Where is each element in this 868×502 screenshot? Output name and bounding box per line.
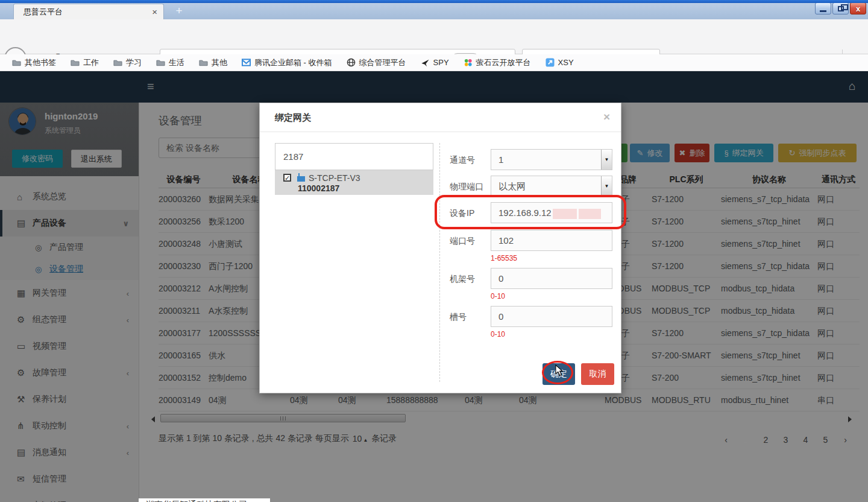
modal-close-icon[interactable]: × [603, 110, 610, 124]
window-top-border [0, 0, 868, 3]
checkbox-checked-icon[interactable]: ✓ [283, 174, 291, 182]
mouse-cursor [555, 364, 564, 379]
port-type-select[interactable]: 以太网 ▼ [491, 176, 612, 197]
gateway-list-item[interactable]: ✓ S-TCP-ET-V3 110002187 [275, 170, 433, 195]
annotation-red-rectangle [435, 195, 626, 229]
channel-label: 通道号 [450, 155, 475, 166]
folder-icon [12, 59, 21, 66]
browser-toolbar: ← → ↻ ⌂ iot.idosp.net/admin/index.html?l… [0, 19, 868, 54]
window-titlebar: 思普云平台 × + x [0, 0, 868, 19]
port-hint: 1-65535 [491, 254, 517, 262]
folder-icon [71, 59, 80, 66]
rack-hint: 0-10 [491, 292, 505, 300]
modal-header: 绑定网关 × [260, 103, 621, 132]
rack-label: 机架号 [450, 274, 475, 285]
new-tab-button[interactable]: + [171, 5, 187, 18]
slot-input[interactable] [491, 306, 612, 327]
slot-hint: 0-10 [491, 330, 505, 338]
dots-logo-icon [464, 58, 473, 67]
globe-icon [347, 58, 356, 67]
bookmark-folder-work[interactable]: 工作 [71, 57, 99, 68]
app-viewport: ≡ ⌂ hignton2019 系统管理员 修改密码 退出系统 ⌂ 系统总览 ▤… [0, 71, 868, 502]
restore-icon [838, 6, 844, 11]
minimize-button[interactable] [815, 2, 831, 14]
bookmark-xsy[interactable]: XSY [546, 58, 574, 67]
gateway-name: S-TCP-ET-V3 [309, 173, 360, 183]
bookmark-spy[interactable]: SPY [421, 58, 449, 67]
browser-tab[interactable]: 思普云平台 × [13, 4, 164, 19]
port-label: 端口号 [450, 236, 475, 247]
dropdown-arrow-icon[interactable]: ▼ [601, 176, 612, 196]
bookmarks-bar: 其他书签 工作 学习 生活 其他 腾讯企业邮箱 - 收件箱 综合管理平台 SPY… [0, 54, 868, 71]
folder-icon [113, 59, 122, 66]
folder-icon [199, 59, 208, 66]
modal-divider [439, 143, 440, 382]
channel-select[interactable]: 1 ▼ [491, 149, 612, 170]
bookmark-folder-misc[interactable]: 其他 [199, 57, 227, 68]
bookmark-ezviz[interactable]: 萤石云开放平台 [464, 57, 531, 68]
gateway-device-icon [297, 176, 305, 182]
cancel-button[interactable]: 取消 [581, 363, 614, 385]
modal-title: 绑定网关 [275, 112, 311, 124]
bookmark-folder-study[interactable]: 学习 [113, 57, 142, 68]
mail-icon [242, 59, 251, 66]
tab-title: 思普云平台 [24, 7, 63, 17]
port-input[interactable] [491, 230, 612, 251]
minimize-icon [820, 10, 826, 12]
tab-close-icon[interactable]: × [152, 7, 157, 17]
gateway-id: 110002187 [298, 183, 339, 193]
rack-input[interactable] [491, 268, 612, 289]
gateway-search-input[interactable] [275, 143, 433, 170]
close-icon: x [856, 4, 860, 13]
slot-label: 槽号 [450, 312, 467, 323]
dropdown-arrow-icon[interactable]: ▼ [601, 150, 612, 170]
footer-company: 湖南华辰智通科技有限公司 [139, 498, 270, 502]
jet-icon [421, 59, 430, 67]
arrow-logo-icon [546, 58, 555, 67]
bookmark-mgmt-platform[interactable]: 综合管理平台 [347, 57, 406, 68]
bookmark-folder-other[interactable]: 其他书签 [12, 57, 56, 68]
bind-gateway-modal: 绑定网关 × ✓ S-TCP-ET-V3 110002187 通道号 1 ▼ 物… [259, 103, 621, 393]
bookmark-folder-life[interactable]: 生活 [156, 57, 184, 68]
restore-button[interactable] [832, 2, 849, 14]
port-type-label: 物理端口 [450, 182, 483, 192]
folder-icon [156, 59, 165, 66]
close-window-button[interactable]: x [850, 2, 866, 14]
bookmark-tencent-mail[interactable]: 腾讯企业邮箱 - 收件箱 [242, 57, 332, 68]
